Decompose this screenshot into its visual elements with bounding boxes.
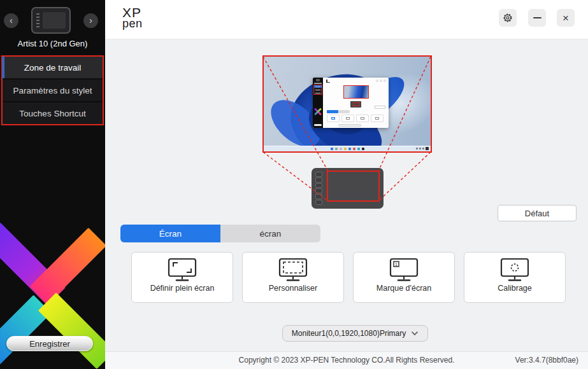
tab-ecran-tablet[interactable]: écran <box>220 225 320 242</box>
mini-default-button <box>375 106 385 109</box>
mini-app-sidebar <box>313 78 323 128</box>
mini-minimize <box>380 80 382 82</box>
xppen-logo: XP pen <box>122 6 143 29</box>
mini-card <box>356 115 369 122</box>
mini-card <box>371 115 384 122</box>
previous-device-button[interactable]: ‹ <box>4 13 18 28</box>
mini-taskbar-icon <box>362 148 364 150</box>
sidebar-item-parametres-du-stylet[interactable]: Paramètres du stylet <box>3 80 103 101</box>
logo-line-2: pen <box>122 18 143 29</box>
mini-screen-preview <box>343 85 369 99</box>
close-button[interactable]: × <box>557 9 575 27</box>
mini-taskbar-icon <box>357 148 360 150</box>
mini-tab-active <box>327 110 338 113</box>
card-label: Marque d'écran <box>376 284 431 293</box>
device-image-screen <box>43 12 66 29</box>
mini-card <box>327 115 340 122</box>
device-name: Artist 10 (2nd Gen) <box>0 39 105 48</box>
card-label: Définir plein écran <box>150 284 215 293</box>
device-image-keys <box>36 13 39 29</box>
mini-save-button <box>314 124 322 127</box>
calibrate-card[interactable]: Calibrage <box>464 252 566 303</box>
mini-settings <box>376 80 378 82</box>
sidebar-item-touches-shortcut[interactable]: Touches Shortcut <box>3 102 103 124</box>
tablet-graphic <box>312 168 384 209</box>
mini-nav-row <box>314 85 322 88</box>
mini-tab-inactive <box>338 110 350 113</box>
mini-nav-box <box>313 85 322 95</box>
mini-taskbar-icon <box>331 148 333 150</box>
tab-ecran-screen[interactable]: Écran <box>120 225 220 242</box>
sidebar: ‹ › Artist 10 (2nd Gen) Zone de travail … <box>0 0 105 369</box>
mini-device-name <box>314 83 322 84</box>
copyright-text: Copyright © 2023 XP-PEN Technology CO.Al… <box>239 356 455 365</box>
mini-logo <box>326 80 330 83</box>
mini-taskbar-icon <box>335 148 338 150</box>
default-button[interactable]: Défaut <box>498 205 577 221</box>
monitor-fullscreen-icon <box>167 258 197 282</box>
mini-nav-row <box>314 92 322 94</box>
minimize-icon <box>533 17 541 18</box>
monitor-identify-icon: 1 <box>389 258 419 282</box>
mini-taskbar <box>264 146 431 151</box>
version-text: Ver:3.4.7(8bbf0ae) <box>515 356 578 365</box>
mini-taskbar-icon <box>340 148 342 150</box>
mini-taskbar-icon <box>344 148 347 150</box>
monitor-select-dropdown[interactable]: Moniteur1(0,0,1920,1080)Primary <box>282 325 428 342</box>
screen-identify-card[interactable]: 1 Marque d'écran <box>353 252 455 303</box>
monitor-calibrate-icon <box>499 258 530 282</box>
settings-button[interactable] <box>499 9 517 27</box>
xppen-app-window: ‹ › Artist 10 (2nd Gen) Zone de travail … <box>0 0 588 369</box>
sidebar-item-zone-de-travail[interactable]: Zone de travail <box>3 57 103 78</box>
mini-taskbar-icon <box>353 148 355 150</box>
mini-app-preview <box>313 78 389 128</box>
mini-nav-row <box>314 88 322 91</box>
monitor-select-value: Moniteur1(0,0,1920,1080)Primary <box>292 329 406 338</box>
tablet-active-area[interactable] <box>327 171 380 202</box>
chevron-down-icon <box>411 331 419 336</box>
mini-tablet <box>350 101 361 108</box>
customize-area-card[interactable]: Personnaliser <box>242 252 344 303</box>
mapping-tabs: Écran écran <box>120 225 320 242</box>
next-device-button[interactable]: › <box>83 13 98 28</box>
define-fullscreen-card[interactable]: Définir plein écran <box>131 252 233 303</box>
tablet-express-keys <box>315 172 322 205</box>
gear-icon <box>502 12 513 24</box>
mini-card <box>341 115 354 122</box>
mini-device-thumb <box>316 79 320 81</box>
brand-x-bar-lime <box>38 293 105 369</box>
svg-text:1: 1 <box>395 262 398 267</box>
footer: Copyright © 2023 XP-PEN Technology CO.Al… <box>105 351 588 369</box>
mini-taskbar-tray <box>416 147 429 150</box>
main-content: Défaut Écran écran Définir plein écran <box>105 39 588 351</box>
card-label: Calibrage <box>498 284 532 293</box>
monitor-custom-area-icon <box>278 258 308 282</box>
screen-mapping-area[interactable] <box>262 55 432 153</box>
mini-dropdown <box>338 124 361 127</box>
titlebar: XP pen × <box>105 0 588 39</box>
minimize-button[interactable] <box>528 9 546 27</box>
card-label: Personnaliser <box>269 284 317 293</box>
mini-taskbar-icon <box>348 148 351 150</box>
device-image <box>31 7 71 34</box>
sidebar-nav-highlight-box: Zone de travail Paramètres du stylet Tou… <box>1 55 104 125</box>
save-button[interactable]: Enregistrer <box>6 336 93 351</box>
mini-close <box>384 80 386 82</box>
